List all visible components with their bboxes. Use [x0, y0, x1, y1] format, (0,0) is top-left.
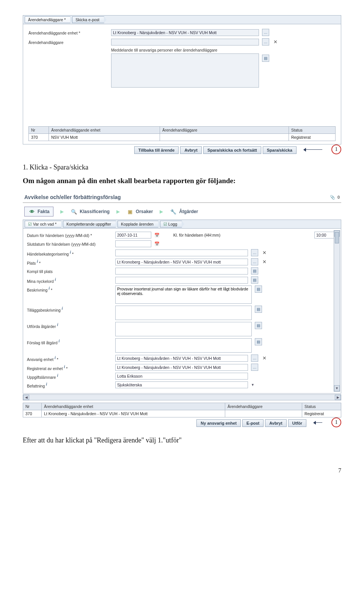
screenshot-2: Avvikelse och/eller förbättringsförslag …: [23, 192, 341, 427]
tab-atgarder[interactable]: 🔧 Åtgärder: [170, 208, 198, 215]
chevron-down-icon[interactable]: ▼: [251, 383, 254, 387]
attachment-icon[interactable]: 📎: [330, 195, 335, 200]
cancel-button[interactable]: Avbryt: [180, 146, 201, 154]
note-icon[interactable]: ▤: [255, 306, 262, 313]
clear-icon[interactable]: ✕: [261, 355, 268, 361]
browse-icon[interactable]: …: [262, 29, 269, 36]
forslag-textarea[interactable]: [115, 338, 252, 353]
browse-icon[interactable]: …: [262, 38, 269, 45]
forslag-label: Förslag till åtgärd i: [27, 338, 112, 345]
clear-icon[interactable]: ✕: [261, 259, 268, 265]
td-nr: 370: [23, 410, 42, 417]
td-unit: NSV VUH Mott: [49, 134, 160, 141]
crumb-send-email[interactable]: Skicka e-post: [72, 16, 104, 23]
clear-icon[interactable]: ✕: [261, 249, 268, 256]
horizontal-scrollbar[interactable]: ◀ ▶: [23, 394, 341, 400]
screenshot-1: Ärendehandläggare * Skicka e-post Ärende…: [23, 15, 341, 154]
message-label: [28, 48, 108, 49]
crumb-handler[interactable]: Ärendehandläggare *: [25, 16, 71, 23]
table-row[interactable]: 370 Lt Kronoberg - Närsjukvården - NSV V…: [23, 410, 341, 417]
utfor-button[interactable]: Utför: [288, 419, 306, 427]
clear-icon[interactable]: ✕: [272, 39, 279, 45]
scroll-thumb[interactable]: [335, 232, 339, 243]
enddate-input[interactable]: [115, 240, 151, 247]
handler-label: Ärendehandläggare: [28, 39, 108, 45]
table-row[interactable]: 370 NSV VUH Mott Registrerat: [29, 134, 336, 141]
browse-icon[interactable]: …: [251, 355, 258, 362]
back-button[interactable]: Tillbaka till ärende: [134, 146, 179, 154]
scroll-left-icon[interactable]: ◀: [23, 395, 29, 400]
browse-icon[interactable]: …: [251, 258, 258, 265]
tab-klassificering[interactable]: 🔍 Klassificering: [71, 208, 110, 215]
th-nr: Nr: [23, 403, 42, 410]
note-icon[interactable]: ▤: [262, 55, 269, 62]
enddate-label: Slutdatum för händelsen (yyyy-MM-dd): [27, 241, 112, 246]
ansvarig-label: Ansvarig enhet i *: [27, 355, 112, 362]
new-unit-button[interactable]: Ny ansvarig enhet: [196, 419, 241, 427]
browse-icon[interactable]: …: [251, 364, 258, 371]
desc-textarea[interactable]: [115, 286, 252, 304]
utforda-textarea[interactable]: [115, 322, 252, 336]
sub-breadcrumb: ☑ Var och vad * Kompletterande uppgifter…: [23, 220, 341, 229]
kompl-label: Kompl till plats: [27, 268, 112, 274]
befattning-label: Befattning i: [27, 381, 112, 388]
crumb-kompletterande[interactable]: Kompletterande uppgifter: [63, 221, 116, 227]
uppgift-input[interactable]: [115, 373, 248, 380]
cat-input[interactable]: [115, 249, 248, 256]
crumb-label: Logg: [168, 222, 177, 226]
th-handler: Ärendehandläggare: [225, 403, 302, 410]
callout-arrow: [315, 422, 322, 423]
time-label: Kl. för händelsen (HH:mm): [173, 233, 220, 237]
page-number: 7: [23, 467, 341, 474]
calendar-icon[interactable]: 📅: [154, 242, 160, 246]
tab-fakta[interactable]: 👁 Fakta: [24, 207, 53, 216]
note-icon[interactable]: ▤: [255, 286, 262, 293]
message-caption: Meddelande till ansvariga personer eller…: [111, 48, 259, 52]
section-title-text: Avvikelse och/eller förbättringsförslag: [24, 194, 121, 200]
note-icon[interactable]: ▤: [251, 267, 258, 275]
chevron-right-icon: ▶: [160, 209, 163, 214]
attachment-count: 0: [337, 195, 340, 199]
section-title: Avvikelse och/eller förbättringsförslag …: [23, 192, 341, 203]
date-input[interactable]: [115, 232, 151, 238]
th-status: Status: [302, 403, 341, 410]
unit-input[interactable]: [111, 29, 259, 36]
tab-label: Orsaker: [136, 209, 153, 214]
th-handler: Ärendehandläggare: [160, 127, 289, 134]
kompl-input[interactable]: [115, 268, 248, 275]
ansvarig-input[interactable]: [115, 355, 248, 362]
note-icon[interactable]: ▤: [255, 338, 262, 345]
chevron-right-icon: ▶: [60, 209, 64, 214]
regav-input[interactable]: [115, 364, 248, 371]
crumb-var-och-vad[interactable]: ☑ Var och vad *: [25, 221, 61, 227]
cancel-button[interactable]: Avbryt: [265, 419, 286, 427]
callout-1: 1: [331, 144, 341, 154]
tillagg-textarea[interactable]: [115, 306, 252, 320]
note-icon[interactable]: ▤: [251, 276, 258, 284]
message-textarea[interactable]: [111, 53, 259, 88]
keys-input[interactable]: [115, 277, 248, 284]
browse-icon[interactable]: …: [251, 249, 258, 256]
save-send-button[interactable]: Spara/skicka: [263, 146, 297, 154]
scroll-down-icon[interactable]: ▼: [334, 385, 340, 391]
note-icon[interactable]: ▤: [255, 322, 262, 329]
vertical-scrollbar[interactable]: ▲ ▼: [334, 230, 340, 392]
scroll-right-icon[interactable]: ▶: [335, 395, 341, 400]
epost-button[interactable]: E-post: [242, 419, 264, 427]
befattning-input[interactable]: [115, 381, 248, 388]
date-label: Datum för händelsen (yyyy-MM-dd) *: [27, 232, 112, 238]
eye-icon: 👁: [28, 208, 35, 215]
crumb-label: Var och vad *: [33, 222, 56, 226]
utforda-label: Utförda åtgärder i: [27, 322, 112, 329]
instruction-2: Om någon annan på din enhet skall bearbe…: [23, 177, 341, 185]
tab-orsaker[interactable]: ▣ Orsaker: [127, 208, 153, 215]
save-continue-button[interactable]: Spara/skicka och fortsätt: [203, 146, 261, 154]
handler-input[interactable]: [111, 39, 259, 45]
crumb-logg[interactable]: ☑ Logg: [160, 221, 182, 227]
handler-table: Nr Ärendehandläggande enhet Ärendehandlä…: [28, 126, 336, 141]
calendar-icon[interactable]: 📅: [154, 233, 160, 238]
breadcrumb: Ärendehandläggare * Skicka e-post: [23, 15, 341, 24]
plats-input[interactable]: [115, 259, 248, 265]
th-unit: Ärendehandläggande enhet: [49, 127, 160, 134]
crumb-kopplade[interactable]: Kopplade ärenden: [118, 221, 158, 227]
